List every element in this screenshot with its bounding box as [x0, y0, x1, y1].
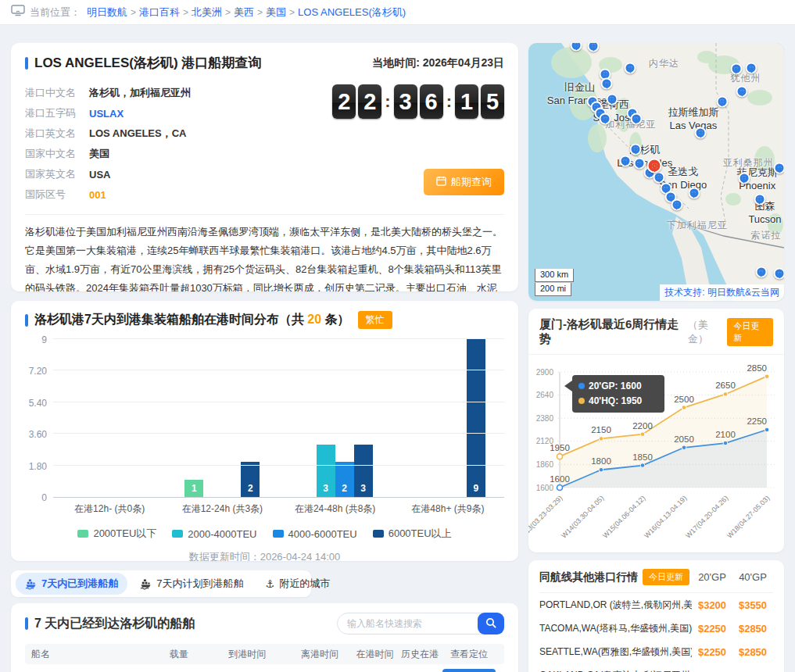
schedule-query-button[interactable]: 船期查询 [424, 169, 504, 195]
ship-locate-button[interactable]: 船舶定位 [442, 669, 496, 672]
x-tick-label: 在港24-48h (共8条) [279, 502, 392, 516]
other-ports-card: 同航线其他港口行情 今日更新 20'GP 40'GP PORTLAND,OR (… [528, 560, 784, 672]
bar: 2 [241, 462, 260, 497]
port-marker-icon[interactable] [774, 268, 784, 280]
monitor-icon [11, 5, 25, 20]
map-scale-km: 300 km [535, 269, 574, 282]
port-marker-icon[interactable] [695, 127, 707, 138]
legend-item[interactable]: 6000TEU以上 [373, 527, 452, 541]
legend-swatch [373, 530, 384, 538]
port-marker-icon[interactable] [600, 113, 611, 125]
map-card[interactable]: 内华达犹他州加利福尼亚亚利桑那州下加利福尼亚索诺拉旧金山San Francisc… [528, 43, 784, 301]
gridline [53, 402, 504, 402]
port-marker-icon[interactable] [755, 266, 767, 278]
y-tick-label: 3.60 [29, 429, 47, 440]
port-marker-icon[interactable] [754, 193, 765, 205]
breadcrumb-link[interactable]: 美国 [266, 5, 286, 20]
tab-arrived-ships[interactable]: 7天内已到港船舶 [16, 573, 127, 595]
svg-text:2200: 2200 [632, 421, 653, 431]
legend-swatch [172, 530, 183, 538]
bar-plot: 123239 [53, 340, 504, 498]
breadcrumb-link[interactable]: 港口百科 [139, 5, 180, 20]
legend-item[interactable]: 2000TEU以下 [77, 527, 156, 541]
legend-item[interactable]: 4000-6000TEU [273, 527, 357, 541]
field-value: 美国 [89, 147, 109, 161]
port-info-row: 港口中文名洛杉矶，加利福尼亚州 [25, 83, 324, 103]
breadcrumb-link[interactable]: 美西 [234, 5, 254, 20]
x-tick-label: 在港12h- (共0条) [53, 502, 166, 516]
port-name[interactable]: TACOMA,WA(塔科马,华盛顿州,美国) [539, 622, 692, 635]
port-marker-icon[interactable] [630, 143, 642, 155]
field-label: 港口英文名 [25, 127, 89, 141]
port-marker-icon[interactable] [774, 163, 784, 174]
bar-group: 323 [279, 340, 392, 497]
breadcrumb: 当前位置： 明日数航>港口百科>北美洲>美西>美国>LOS ANGELES(洛杉… [0, 0, 795, 25]
bar-value-label: 2 [335, 483, 354, 494]
port-name[interactable]: OAKLAND,CA(奥克兰,加利福尼亚州,美国) [539, 669, 692, 672]
port-info-row: 国家中文名美国 [25, 144, 324, 164]
port-marker-icon[interactable] [625, 63, 636, 74]
breadcrumb-separator: > [131, 7, 136, 18]
flip-clock: 22:36:15 [332, 84, 504, 119]
tab-planned-ships[interactable]: 7天内计划到港船舶 [131, 573, 252, 595]
breadcrumb-separator: > [289, 7, 295, 18]
field-label: 国家英文名 [25, 167, 89, 181]
breadcrumb-separator: > [225, 7, 231, 18]
ship-table-title: 7 天内已经到达洛杉矶的船舶 [34, 616, 195, 632]
updated-today-badge: 今日更新 [727, 318, 773, 346]
breadcrumb-separator: > [257, 7, 263, 18]
freight-chart-subtitle: （美金） [688, 318, 728, 346]
price-20gp: $3200 [692, 599, 732, 611]
port-marker-icon[interactable] [688, 188, 700, 199]
y-tick-label: 9 [41, 334, 47, 345]
port-marker-icon[interactable] [630, 113, 642, 125]
gridline [53, 433, 504, 434]
ship-count: 20 [307, 313, 321, 326]
breadcrumb-link[interactable]: LOS ANGELES(洛杉矶) [298, 5, 406, 20]
breadcrumb-link[interactable]: 明日数航 [87, 5, 127, 20]
map-attribution: 技术支持: 明日数航&云当网 [660, 284, 784, 301]
port-marker-icon[interactable] [716, 95, 728, 107]
port-marker-icon[interactable] [746, 63, 757, 74]
port-marker-icon[interactable] [736, 86, 748, 98]
port-marker-icon[interactable] [738, 172, 750, 184]
svg-text:20'GP: 1600: 20'GP: 1600 [589, 381, 642, 391]
col-40gp: 40'GP [732, 571, 773, 583]
bar-value-label: 9 [467, 483, 485, 494]
bar-value-label: 1 [184, 483, 203, 494]
legend-label: 2000TEU以下 [93, 527, 156, 541]
breadcrumb-links: 明日数航>港口百科>北美洲>美西>美国>LOS ANGELES(洛杉矶) [87, 5, 406, 20]
port-description: 洛杉矶港位于美国加利福尼亚州西南沿海圣佩德罗湾顶端，濒临太平洋东侧，是北美大陆桥… [25, 214, 504, 291]
tab-nearby-cities[interactable]: ⚓附近的城市 [256, 573, 339, 595]
bar-chart-card: 洛杉矶港7天内到港集装箱船舶在港时间分布（共 20 条） 繁忙 01.803.6… [11, 301, 518, 561]
current-port-marker-icon[interactable] [647, 159, 662, 173]
bar-value-label: 3 [317, 483, 335, 494]
y-tick-label: 0 [41, 492, 47, 503]
breadcrumb-link[interactable]: 北美洲 [192, 5, 222, 20]
ship-search [337, 613, 504, 634]
svg-text:W14(03.30-04.05): W14(03.30-04.05) [560, 494, 605, 539]
port-marker-icon[interactable] [601, 78, 613, 90]
clock-colon: : [384, 91, 391, 112]
title-accent-bar [25, 314, 28, 327]
port-name[interactable]: PORTLAND,OR (波特兰,俄勒冈州,美国) [539, 599, 692, 612]
port-marker-icon[interactable] [606, 93, 618, 105]
bar: 3 [317, 445, 335, 497]
port-marker-icon[interactable] [633, 158, 645, 170]
field-value[interactable]: USLAX [89, 108, 124, 120]
port-marker-icon[interactable] [730, 63, 742, 75]
search-button[interactable] [478, 613, 504, 634]
bar-y-axis: 01.803.605.407.209 [25, 340, 53, 498]
port-marker-icon[interactable] [671, 198, 682, 210]
search-icon [485, 617, 496, 631]
port-marker-icon[interactable] [619, 155, 631, 167]
map-scale-mi: 200 mi [535, 283, 571, 296]
locate-cell: 船舶定位 [440, 669, 498, 672]
ship-table-header: 船名载量到港时间离港时间在港时间历史在港查看定位 [25, 644, 504, 664]
x-tick-label: 在港12-24h (共3条) [166, 502, 278, 516]
legend-item[interactable]: 2000-4000TEU [172, 527, 256, 541]
port-name[interactable]: SEATTLE,WA(西雅图,华盛顿州,美国) [539, 645, 692, 659]
clock-digit: 5 [481, 84, 504, 119]
port-price-row: PORTLAND,OR (波特兰,俄勒冈州,美国)$3200$3550 [539, 593, 773, 617]
price-20gp: $2250 [692, 623, 732, 634]
